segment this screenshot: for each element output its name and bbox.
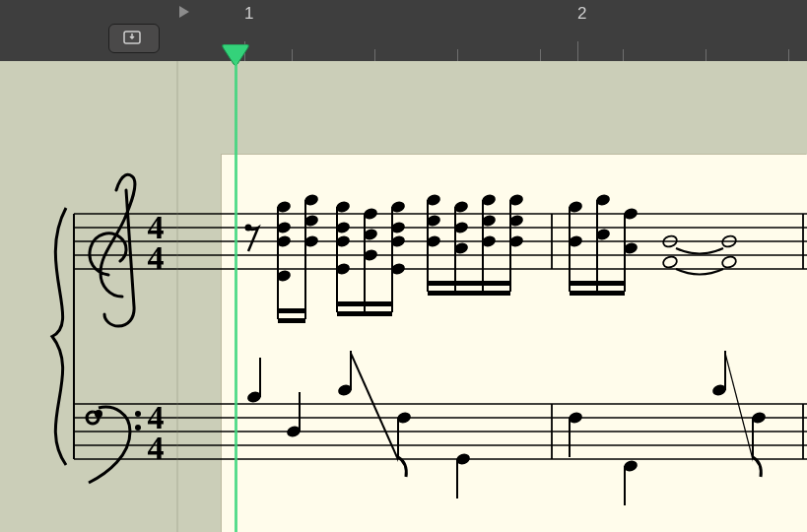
score-editor-window: 4444 1 2 [0, 0, 807, 532]
bar-number-1: 1 [244, 4, 253, 24]
score-canvas[interactable]: 4444 [0, 61, 807, 532]
bar-number-2: 2 [577, 4, 586, 24]
timeline-ruler[interactable]: 1 2 [177, 0, 807, 61]
play-icon[interactable] [177, 5, 191, 23]
download-panel-icon [123, 31, 145, 46]
top-toolbar: 1 2 [0, 0, 807, 61]
svg-point-17 [135, 425, 141, 431]
svg-point-16 [135, 411, 141, 417]
svg-text:4: 4 [148, 209, 165, 245]
svg-point-15 [95, 410, 102, 418]
svg-text:4: 4 [148, 399, 165, 435]
svg-text:4: 4 [148, 239, 165, 276]
svg-text:4: 4 [148, 430, 165, 466]
view-dropdown-button[interactable] [108, 24, 160, 53]
score-sheet [222, 155, 807, 532]
